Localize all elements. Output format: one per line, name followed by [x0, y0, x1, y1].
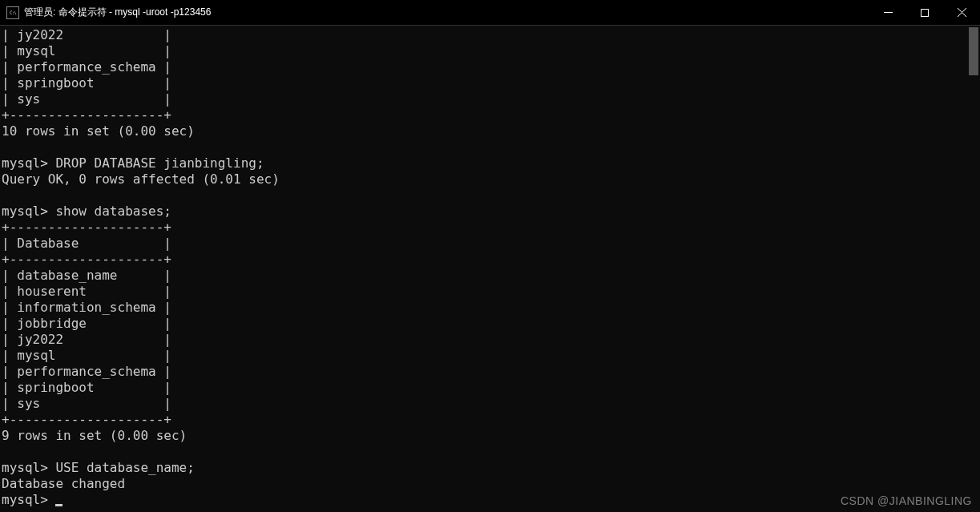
result-line: 10 rows in set (0.00 sec) [2, 123, 195, 139]
table-row: | jy2022 | [2, 332, 171, 347]
table-row: | sys | [2, 91, 171, 107]
command: USE database_name; [55, 460, 194, 475]
minimize-icon [884, 12, 893, 13]
window-titlebar: C:\ 管理员: 命令提示符 - mysql -uroot -p123456 [0, 0, 980, 26]
terminal-output[interactable]: | jy2022 | | mysql | | performance_schem… [0, 26, 980, 512]
response-line: Database changed [2, 476, 125, 491]
maximize-button[interactable] [906, 0, 943, 25]
table-border: +--------------------+ [2, 107, 171, 123]
result-line: 9 rows in set (0.00 sec) [2, 428, 187, 443]
table-border: +--------------------+ [2, 220, 171, 235]
prompt: mysql> [2, 460, 55, 475]
table-border: +--------------------+ [2, 412, 171, 427]
prompt: mysql> [2, 155, 55, 171]
table-row: | jobbridge | [2, 316, 171, 331]
command: show databases; [55, 204, 171, 219]
table-row: | mysql | [2, 348, 171, 363]
response-line: Query OK, 0 rows affected (0.01 sec) [2, 171, 280, 187]
table-row: | houserent | [2, 284, 171, 299]
table-row: | springboot | [2, 380, 171, 395]
minimize-button[interactable] [869, 0, 906, 25]
table-row: | information_schema | [2, 300, 171, 315]
close-button[interactable] [943, 0, 980, 25]
maximize-icon [921, 9, 929, 17]
table-row: | sys | [2, 396, 171, 411]
prompt: mysql> [2, 204, 55, 219]
prompt: mysql> [2, 492, 55, 507]
table-row: | jy2022 | [2, 27, 171, 42]
table-row: | performance_schema | [2, 59, 171, 75]
table-row: | mysql | [2, 43, 171, 58]
table-row: | performance_schema | [2, 364, 171, 379]
window-controls [869, 0, 980, 25]
watermark: CSDN @JIANBINGLING [841, 494, 972, 507]
table-row: | database_name | [2, 268, 171, 283]
cursor [55, 504, 63, 506]
window-title: 管理员: 命令提示符 - mysql -uroot -p123456 [24, 6, 869, 19]
scrollbar-thumb[interactable] [969, 27, 978, 75]
terminal-icon: C:\ [6, 6, 19, 19]
table-border: +--------------------+ [2, 252, 171, 267]
table-row: | springboot | [2, 75, 171, 91]
command: DROP DATABASE jianbingling; [55, 155, 264, 171]
close-icon [958, 8, 966, 17]
table-header: | Database | [2, 236, 171, 251]
